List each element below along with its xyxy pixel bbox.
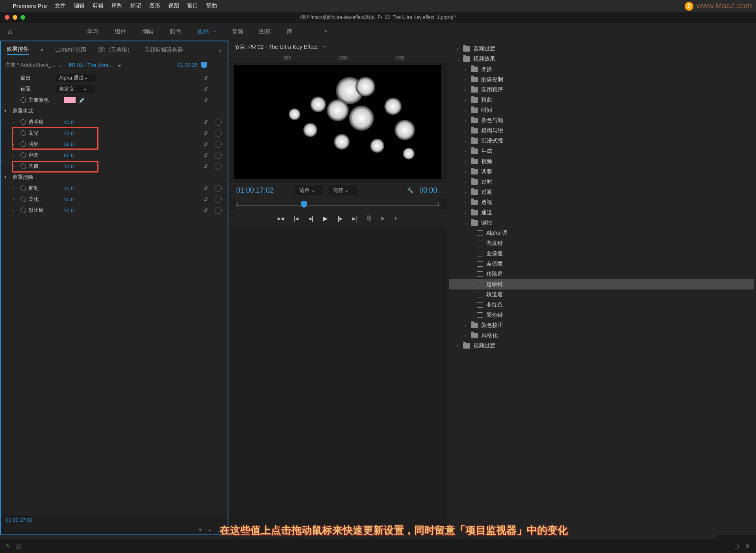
- eyedropper-icon[interactable]: 💉: [79, 97, 85, 103]
- menu-marker[interactable]: 标记: [130, 2, 141, 9]
- minimize-button[interactable]: [13, 15, 17, 20]
- reset-icon[interactable]: ↺: [203, 97, 208, 103]
- effects-tree-item[interactable]: ›实用程序: [449, 85, 754, 95]
- effects-tree-item[interactable]: ›过渡: [449, 187, 754, 197]
- setting-select[interactable]: 自定义 ⌄: [56, 85, 95, 93]
- app-name[interactable]: Premiere Pro: [13, 3, 47, 9]
- effects-tree-item[interactable]: 亮度键: [449, 238, 754, 249]
- effects-tree-item[interactable]: ⌄视频效果: [449, 54, 754, 64]
- menu-graphics[interactable]: 图形: [149, 2, 160, 9]
- add-icon[interactable]: +: [394, 215, 398, 222]
- ws-tab-library[interactable]: 库: [287, 28, 293, 35]
- reset-icon[interactable]: ↺: [203, 152, 208, 158]
- menu-edit[interactable]: 编辑: [74, 2, 85, 9]
- keyframe-icon[interactable]: [215, 196, 222, 203]
- stopwatch-icon[interactable]: [20, 152, 26, 158]
- ec-clip-label[interactable]: PR 02 - The Ultra...: [69, 62, 113, 68]
- stopwatch-icon[interactable]: [20, 208, 26, 213]
- mark-in-icon[interactable]: ▸◂: [278, 215, 284, 222]
- keyframe-icon[interactable]: [215, 207, 222, 214]
- effects-tree-item[interactable]: ›视频: [449, 156, 754, 167]
- keyframe-icon[interactable]: [215, 185, 222, 192]
- maximize-button[interactable]: [20, 15, 25, 20]
- reset-icon[interactable]: ↺: [203, 196, 208, 202]
- param-value[interactable]: 10.0: [64, 186, 74, 191]
- param-value[interactable]: 10.0: [64, 197, 74, 202]
- expand-icon[interactable]: ▸: [4, 110, 8, 112]
- trash-icon[interactable]: 🗑: [745, 543, 750, 549]
- effects-tree-item[interactable]: ›沉浸式视: [449, 136, 754, 146]
- output-select[interactable]: Alpha 通道 ⌄: [56, 74, 96, 82]
- ws-tab-effects[interactable]: 效果: [197, 28, 209, 35]
- effects-tree-item[interactable]: ›时间: [449, 105, 754, 115]
- effects-tree-item[interactable]: 颜色键: [449, 310, 754, 320]
- keyframe-icon[interactable]: [215, 119, 222, 126]
- effects-tree-item[interactable]: 超级键: [449, 279, 754, 289]
- export-frame-icon[interactable]: ⎘: [367, 215, 371, 222]
- tab-audio-mixer[interactable]: 音频剪辑混合器: [145, 46, 183, 54]
- effects-tree-item[interactable]: Alpha 调: [449, 228, 754, 238]
- keyframe-icon[interactable]: [215, 130, 222, 137]
- stopwatch-icon[interactable]: [20, 97, 26, 103]
- ws-tab-graphics[interactable]: 图形: [259, 28, 271, 35]
- effects-tree-item[interactable]: ›图像控制: [449, 74, 754, 85]
- effects-tree-item[interactable]: ›扭曲: [449, 95, 754, 105]
- ws-more-icon[interactable]: »: [324, 28, 327, 35]
- play-icon[interactable]: ▸: [119, 62, 121, 68]
- panel-more-icon[interactable]: »: [219, 47, 222, 53]
- effects-tree-item[interactable]: 轨道遮: [449, 289, 754, 300]
- home-icon[interactable]: ⌂: [8, 28, 12, 36]
- ws-tab-edit[interactable]: 编辑: [142, 28, 154, 35]
- param-value[interactable]: 10.0: [64, 208, 74, 213]
- menu-clip[interactable]: 剪辑: [93, 2, 104, 9]
- close-button[interactable]: [5, 15, 9, 20]
- effects-tree-item[interactable]: ›过时: [449, 177, 754, 187]
- effects-tree-item[interactable]: 差值遮: [449, 259, 754, 269]
- param-value[interactable]: 12.0: [64, 163, 74, 169]
- reset-icon[interactable]: ↺: [203, 75, 208, 81]
- quality-select[interactable]: 完整 ⌄: [329, 186, 357, 195]
- reset-icon[interactable]: ↺: [203, 185, 208, 191]
- program-monitor-viewport[interactable]: [234, 65, 441, 179]
- keyframe-icon[interactable]: [215, 152, 222, 159]
- fit-select[interactable]: 适合 ⌄: [295, 186, 323, 195]
- effects-tree-item[interactable]: ›变换: [449, 64, 754, 74]
- param-value[interactable]: 36.0: [64, 141, 74, 147]
- effects-tree-item[interactable]: ›调整: [449, 167, 754, 177]
- stopwatch-icon[interactable]: [20, 186, 26, 191]
- menu-file[interactable]: 文件: [55, 2, 66, 9]
- reset-icon[interactable]: ↺: [203, 86, 208, 92]
- effects-tree-item[interactable]: ›生成: [449, 146, 754, 156]
- effects-tree-item[interactable]: 移除遮: [449, 269, 754, 279]
- step-fwd-icon[interactable]: |▸: [337, 215, 342, 222]
- expand-icon[interactable]: ▸: [4, 176, 8, 178]
- param-value[interactable]: 13.0: [64, 130, 74, 136]
- reset-icon[interactable]: ↺: [203, 141, 208, 147]
- tab-lumetri[interactable]: Lumetri 范围: [56, 46, 87, 54]
- menu-sequence[interactable]: 序列: [111, 2, 122, 9]
- more-icon[interactable]: »: [381, 215, 384, 222]
- effects-tree-item[interactable]: 图像遮: [449, 249, 754, 259]
- menu-window[interactable]: 窗口: [187, 2, 198, 9]
- new-bin-icon[interactable]: ▢: [734, 543, 739, 549]
- effects-tree-item[interactable]: ⌄键控: [449, 218, 754, 228]
- reset-icon[interactable]: ↺: [203, 119, 208, 125]
- ws-tab-color[interactable]: 颜色: [170, 28, 182, 35]
- goto-out-icon[interactable]: ▸|: [352, 215, 357, 222]
- list-icon[interactable]: ▤: [16, 543, 21, 549]
- ws-tab-learn[interactable]: 学习: [87, 28, 99, 35]
- menu-view[interactable]: 视图: [168, 2, 179, 9]
- effects-tree-item[interactable]: ›颜色校正: [449, 320, 754, 330]
- reset-icon[interactable]: ↺: [203, 207, 208, 213]
- effects-tree-item[interactable]: ›模糊与锐: [449, 126, 754, 136]
- effects-tree-item[interactable]: ›通道: [449, 208, 754, 218]
- effects-tree-item[interactable]: ›透视: [449, 197, 754, 208]
- stopwatch-icon[interactable]: [20, 163, 26, 169]
- pencil-icon[interactable]: ✎: [6, 543, 10, 549]
- play-icon[interactable]: ▶: [323, 215, 328, 222]
- program-scrubber[interactable]: { }: [236, 198, 439, 210]
- effects-tree-item[interactable]: ›视频过渡: [449, 341, 754, 351]
- reset-icon[interactable]: ↺: [203, 130, 208, 136]
- stopwatch-icon[interactable]: [20, 141, 26, 147]
- stopwatch-icon[interactable]: [20, 197, 26, 202]
